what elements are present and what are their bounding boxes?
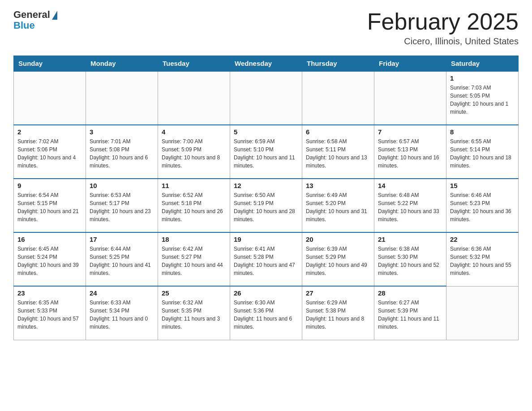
day-info: Sunrise: 6:27 AMSunset: 5:39 PMDaylight:…: [378, 299, 442, 331]
calendar-day-cell: [302, 71, 374, 125]
day-info: Sunrise: 6:30 AMSunset: 5:36 PMDaylight:…: [234, 299, 298, 331]
day-info: Sunrise: 6:38 AMSunset: 5:30 PMDaylight:…: [378, 245, 442, 277]
calendar-day-cell: 24Sunrise: 6:33 AMSunset: 5:34 PMDayligh…: [86, 286, 158, 340]
day-number: 15: [450, 182, 515, 189]
calendar-day-cell: 4Sunrise: 7:00 AMSunset: 5:09 PMDaylight…: [158, 125, 230, 179]
day-number: 10: [90, 182, 154, 189]
calendar-day-cell: 13Sunrise: 6:49 AMSunset: 5:20 PMDayligh…: [302, 179, 374, 232]
day-number: 8: [450, 128, 515, 136]
day-info: Sunrise: 7:03 AMSunset: 5:05 PMDaylight:…: [450, 84, 515, 116]
calendar-day-cell: [446, 286, 519, 340]
day-info: Sunrise: 6:33 AMSunset: 5:34 PMDaylight:…: [90, 299, 154, 331]
day-number: 9: [17, 182, 82, 189]
title-section: February 2025 Cicero, Illinois, United S…: [367, 9, 519, 47]
day-info: Sunrise: 6:29 AMSunset: 5:38 PMDaylight:…: [306, 299, 370, 331]
day-info: Sunrise: 6:53 AMSunset: 5:17 PMDaylight:…: [90, 191, 154, 223]
calendar-day-cell: [14, 71, 86, 125]
day-info: Sunrise: 6:35 AMSunset: 5:33 PMDaylight:…: [17, 299, 82, 331]
calendar-day-cell: 20Sunrise: 6:39 AMSunset: 5:29 PMDayligh…: [302, 232, 374, 286]
calendar-header-row: SundayMondayTuesdayWednesdayThursdayFrid…: [14, 56, 519, 72]
day-number: 17: [90, 235, 154, 243]
day-of-week-header: Friday: [374, 56, 446, 72]
location-text: Cicero, Illinois, United States: [367, 36, 519, 47]
calendar-week-row: 9Sunrise: 6:54 AMSunset: 5:15 PMDaylight…: [14, 179, 519, 232]
calendar-day-cell: 21Sunrise: 6:38 AMSunset: 5:30 PMDayligh…: [374, 232, 446, 286]
calendar-day-cell: 25Sunrise: 6:32 AMSunset: 5:35 PMDayligh…: [158, 286, 230, 340]
day-info: Sunrise: 6:46 AMSunset: 5:23 PMDaylight:…: [450, 191, 515, 223]
day-number: 19: [234, 235, 298, 243]
day-number: 20: [306, 235, 370, 243]
calendar-day-cell: 17Sunrise: 6:44 AMSunset: 5:25 PMDayligh…: [86, 232, 158, 286]
day-info: Sunrise: 6:36 AMSunset: 5:32 PMDaylight:…: [450, 245, 515, 277]
day-number: 2: [17, 128, 82, 136]
calendar-day-cell: 3Sunrise: 7:01 AMSunset: 5:08 PMDaylight…: [86, 125, 158, 179]
day-number: 23: [17, 289, 82, 297]
calendar-week-row: 16Sunrise: 6:45 AMSunset: 5:24 PMDayligh…: [14, 232, 519, 286]
calendar-day-cell: [158, 71, 230, 125]
calendar-day-cell: 5Sunrise: 6:59 AMSunset: 5:10 PMDaylight…: [230, 125, 302, 179]
day-of-week-header: Sunday: [14, 56, 86, 72]
day-info: Sunrise: 6:45 AMSunset: 5:24 PMDaylight:…: [17, 245, 82, 277]
calendar-day-cell: 19Sunrise: 6:41 AMSunset: 5:28 PMDayligh…: [230, 232, 302, 286]
day-number: 21: [378, 235, 442, 243]
logo-blue-text: Blue: [13, 20, 35, 31]
day-number: 7: [378, 128, 442, 136]
day-info: Sunrise: 6:59 AMSunset: 5:10 PMDaylight:…: [234, 137, 298, 170]
day-number: 1: [450, 74, 515, 82]
day-info: Sunrise: 6:41 AMSunset: 5:28 PMDaylight:…: [234, 245, 298, 277]
calendar-day-cell: 1Sunrise: 7:03 AMSunset: 5:05 PMDaylight…: [446, 71, 519, 125]
calendar-week-row: 23Sunrise: 6:35 AMSunset: 5:33 PMDayligh…: [14, 286, 519, 340]
logo: General Blue: [13, 9, 57, 31]
page-header: General Blue February 2025 Cicero, Illin…: [13, 9, 519, 47]
calendar-day-cell: [86, 71, 158, 125]
day-info: Sunrise: 6:39 AMSunset: 5:29 PMDaylight:…: [306, 245, 370, 277]
day-of-week-header: Tuesday: [158, 56, 230, 72]
calendar-table: SundayMondayTuesdayWednesdayThursdayFrid…: [13, 56, 519, 340]
logo-triangle-icon: [52, 11, 57, 20]
calendar-day-cell: 22Sunrise: 6:36 AMSunset: 5:32 PMDayligh…: [446, 232, 519, 286]
day-of-week-header: Wednesday: [230, 56, 302, 72]
day-of-week-header: Monday: [86, 56, 158, 72]
day-info: Sunrise: 6:49 AMSunset: 5:20 PMDaylight:…: [306, 191, 370, 223]
day-number: 14: [378, 182, 442, 189]
day-info: Sunrise: 6:48 AMSunset: 5:22 PMDaylight:…: [378, 191, 442, 223]
calendar-day-cell: 8Sunrise: 6:55 AMSunset: 5:14 PMDaylight…: [446, 125, 519, 179]
day-number: 13: [306, 182, 370, 189]
calendar-day-cell: 2Sunrise: 7:02 AMSunset: 5:06 PMDaylight…: [14, 125, 86, 179]
calendar-day-cell: 18Sunrise: 6:42 AMSunset: 5:27 PMDayligh…: [158, 232, 230, 286]
day-info: Sunrise: 6:32 AMSunset: 5:35 PMDaylight:…: [162, 299, 226, 331]
calendar-day-cell: 7Sunrise: 6:57 AMSunset: 5:13 PMDaylight…: [374, 125, 446, 179]
month-title: February 2025: [367, 9, 519, 34]
day-number: 5: [234, 128, 298, 136]
day-of-week-header: Thursday: [302, 56, 374, 72]
day-number: 16: [17, 235, 82, 243]
day-number: 6: [306, 128, 370, 136]
day-number: 11: [162, 182, 226, 189]
calendar-day-cell: [230, 71, 302, 125]
day-number: 27: [306, 289, 370, 297]
day-info: Sunrise: 7:01 AMSunset: 5:08 PMDaylight:…: [90, 137, 154, 170]
day-info: Sunrise: 6:57 AMSunset: 5:13 PMDaylight:…: [378, 137, 442, 170]
day-info: Sunrise: 6:52 AMSunset: 5:18 PMDaylight:…: [162, 191, 226, 223]
day-number: 12: [234, 182, 298, 189]
calendar-day-cell: 23Sunrise: 6:35 AMSunset: 5:33 PMDayligh…: [14, 286, 86, 340]
calendar-day-cell: 9Sunrise: 6:54 AMSunset: 5:15 PMDaylight…: [14, 179, 86, 232]
calendar-day-cell: 16Sunrise: 6:45 AMSunset: 5:24 PMDayligh…: [14, 232, 86, 286]
day-number: 3: [90, 128, 154, 136]
logo-general-text: General: [13, 9, 50, 21]
calendar-day-cell: 10Sunrise: 6:53 AMSunset: 5:17 PMDayligh…: [86, 179, 158, 232]
day-number: 28: [378, 289, 442, 297]
day-info: Sunrise: 7:02 AMSunset: 5:06 PMDaylight:…: [17, 137, 82, 170]
calendar-week-row: 1Sunrise: 7:03 AMSunset: 5:05 PMDaylight…: [14, 71, 519, 125]
day-number: 18: [162, 235, 226, 243]
day-info: Sunrise: 6:42 AMSunset: 5:27 PMDaylight:…: [162, 245, 226, 277]
calendar-week-row: 2Sunrise: 7:02 AMSunset: 5:06 PMDaylight…: [14, 125, 519, 179]
day-info: Sunrise: 6:44 AMSunset: 5:25 PMDaylight:…: [90, 245, 154, 277]
day-of-week-header: Saturday: [446, 56, 519, 72]
day-number: 25: [162, 289, 226, 297]
calendar-day-cell: 15Sunrise: 6:46 AMSunset: 5:23 PMDayligh…: [446, 179, 519, 232]
day-info: Sunrise: 6:50 AMSunset: 5:19 PMDaylight:…: [234, 191, 298, 223]
calendar-day-cell: 14Sunrise: 6:48 AMSunset: 5:22 PMDayligh…: [374, 179, 446, 232]
day-info: Sunrise: 6:54 AMSunset: 5:15 PMDaylight:…: [17, 191, 82, 223]
calendar-day-cell: [374, 71, 446, 125]
